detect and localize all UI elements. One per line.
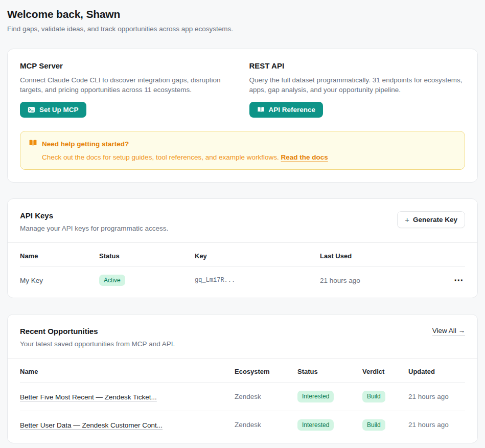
opportunity-name-link[interactable]: Better Five Most Recent — Zendesk Ticket… xyxy=(20,393,157,401)
column-header-last-used: Last Used xyxy=(320,252,445,260)
opportunity-ecosystem: Zendesk xyxy=(235,393,297,400)
mcp-server-title: MCP Server xyxy=(20,61,236,70)
api-keys-card: API Keys Manage your API keys for progra… xyxy=(7,198,478,298)
plus-icon: + xyxy=(405,216,409,223)
help-callout-heading: Need help getting started? xyxy=(42,140,129,148)
table-row: Better User Data — Zendesk Customer Cont… xyxy=(20,411,465,439)
opportunity-status-cell: Interested xyxy=(297,419,362,431)
api-keys-table-header: Name Status Key Last Used xyxy=(20,245,465,266)
rest-api-description: Query the full dataset programmatically.… xyxy=(249,75,466,95)
opportunity-name-cell: Better User Data — Zendesk Customer Cont… xyxy=(20,420,235,430)
table-row: My Key Active gq_Lmi7R... 21 hours ago ⋯ xyxy=(20,267,465,294)
opportunity-updated: 21 hours ago xyxy=(408,393,465,400)
verdict-badge: Build xyxy=(362,391,385,402)
help-callout-heading-row: Need help getting started? xyxy=(29,139,456,149)
generate-key-label: Generate Key xyxy=(413,216,457,223)
api-keys-subtitle: Manage your API keys for programmatic ac… xyxy=(20,225,168,232)
api-key-value: gq_Lmi7R... xyxy=(195,277,320,284)
column-header-status: Status xyxy=(99,252,195,260)
open-book-icon xyxy=(257,106,265,114)
api-keys-title: API Keys xyxy=(20,211,168,220)
api-keys-table: Name Status Key Last Used My Key Active … xyxy=(8,243,477,298)
opportunity-verdict-cell: Build xyxy=(362,419,408,431)
column-header-name: Name xyxy=(20,368,235,375)
set-up-mcp-button[interactable]: Set Up MCP xyxy=(20,102,86,118)
view-all-link[interactable]: View All → xyxy=(432,327,465,334)
arrow-right-icon: → xyxy=(458,327,466,334)
page-title: Welcome back, Shawn xyxy=(7,8,478,20)
status-badge: Active xyxy=(99,275,125,286)
dashboard-page: Welcome back, Shawn Find gaps, validate … xyxy=(0,0,485,448)
opportunity-ecosystem: Zendesk xyxy=(235,421,297,429)
page-subtitle: Find gaps, validate ideas, and track opp… xyxy=(7,25,478,33)
opportunities-subtitle: Your latest saved opportunities from MCP… xyxy=(20,340,175,348)
api-keys-header: API Keys Manage your API keys for progra… xyxy=(8,199,477,242)
opportunities-card: Recent Opportunities Your latest saved o… xyxy=(7,314,478,443)
help-callout: Need help getting started? Check out the… xyxy=(20,131,465,170)
table-row: Better Five Most Recent — Zendesk Ticket… xyxy=(20,383,465,410)
api-key-last-used: 21 hours ago xyxy=(320,277,445,284)
opportunity-verdict-cell: Build xyxy=(362,391,408,402)
api-reference-button[interactable]: API Reference xyxy=(249,102,324,118)
page-header: Welcome back, Shawn Find gaps, validate … xyxy=(7,8,478,33)
opportunity-name-cell: Better Five Most Recent — Zendesk Ticket… xyxy=(20,392,235,401)
set-up-mcp-label: Set Up MCP xyxy=(39,106,79,114)
help-callout-body-row: Check out the docs for setup guides, too… xyxy=(29,153,456,161)
row-actions-menu-button[interactable]: ⋯ xyxy=(453,276,465,285)
help-callout-body: Check out the docs for setup guides, too… xyxy=(42,153,279,161)
api-key-status-cell: Active xyxy=(99,275,195,286)
api-reference-label: API Reference xyxy=(269,106,316,114)
rest-api-section: REST API Query the full dataset programm… xyxy=(249,61,466,118)
read-the-docs-link[interactable]: Read the docs xyxy=(281,153,328,161)
integration-card: MCP Server Connect Claude Code CLI to di… xyxy=(7,49,478,183)
column-header-name: Name xyxy=(20,252,99,260)
column-header-key: Key xyxy=(195,252,320,260)
column-header-updated: Updated xyxy=(408,368,465,375)
opportunities-header-text: Recent Opportunities Your latest saved o… xyxy=(20,327,175,348)
opportunities-table-header: Name Ecosystem Status Verdict Updated xyxy=(20,361,465,382)
ellipsis-icon: ⋯ xyxy=(454,275,464,285)
opportunities-table: Name Ecosystem Status Verdict Updated Be… xyxy=(8,359,477,443)
open-book-icon xyxy=(29,139,37,149)
opportunities-title: Recent Opportunities xyxy=(20,327,175,335)
opportunity-status-cell: Interested xyxy=(297,391,362,402)
status-badge: Interested xyxy=(297,419,334,431)
column-header-verdict: Verdict xyxy=(362,368,408,375)
api-keys-header-text: API Keys Manage your API keys for progra… xyxy=(20,211,168,232)
column-header-ecosystem: Ecosystem xyxy=(235,368,297,375)
opportunity-updated: 21 hours ago xyxy=(408,421,465,429)
integration-columns: MCP Server Connect Claude Code CLI to di… xyxy=(20,61,465,118)
column-header-status: Status xyxy=(297,368,362,375)
terminal-icon xyxy=(28,106,35,114)
mcp-server-description: Connect Claude Code CLI to discover inte… xyxy=(20,75,236,95)
verdict-badge: Build xyxy=(362,419,385,431)
mcp-server-section: MCP Server Connect Claude Code CLI to di… xyxy=(20,61,236,118)
api-key-name: My Key xyxy=(20,277,99,284)
opportunities-header: Recent Opportunities Your latest saved o… xyxy=(8,315,477,358)
status-badge: Interested xyxy=(297,391,334,402)
view-all-label: View All xyxy=(432,327,456,334)
rest-api-title: REST API xyxy=(249,61,466,70)
generate-key-button[interactable]: + Generate Key xyxy=(397,211,465,228)
opportunity-name-link[interactable]: Better User Data — Zendesk Customer Cont… xyxy=(20,421,163,429)
